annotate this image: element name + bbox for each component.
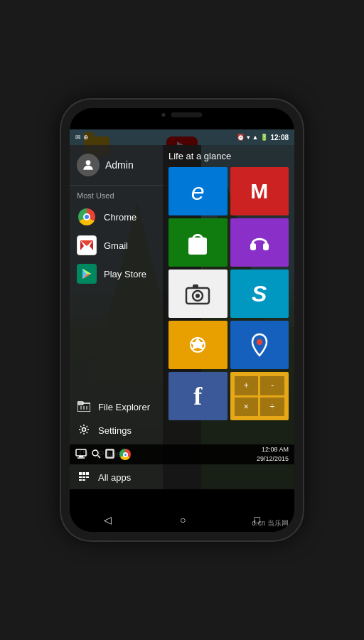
- username-label: Admin: [105, 159, 134, 171]
- store-bag-icon: [186, 230, 209, 255]
- camera-tile[interactable]: [168, 270, 228, 318]
- svg-rect-18: [82, 472, 85, 475]
- skype-tile[interactable]: S: [230, 270, 289, 318]
- maps-tile[interactable]: [230, 321, 289, 369]
- tray-date-display: 29/12/2015: [257, 454, 289, 464]
- svg-rect-19: [86, 472, 89, 475]
- chrome-icon-center: [83, 213, 90, 220]
- tray-clock: 12:08 AM 29/12/2015: [257, 445, 289, 463]
- status-right-info: ⏰ ▾ ▲ 🔋 12:08: [237, 134, 289, 142]
- calc-key-multiply: ×: [235, 398, 259, 417]
- svg-rect-40: [106, 449, 114, 458]
- message-status-icon: ✉: [75, 134, 81, 141]
- front-camera: [162, 113, 166, 117]
- calc-key-divide: ÷: [260, 398, 284, 417]
- svg-rect-28: [263, 243, 269, 250]
- maps-icon: [248, 332, 271, 358]
- user-avatar-icon: [77, 154, 100, 176]
- battery-icon: 🔋: [260, 134, 268, 141]
- phone-screen-container: YouTube ✉ ⊕ ⏰ ▾ ▲ 🔋 12:08: [70, 108, 294, 532]
- clock-display: 12:08: [270, 134, 289, 142]
- svg-rect-21: [82, 476, 85, 478]
- calculator-tile[interactable]: + - × ÷: [230, 372, 289, 420]
- svg-rect-17: [79, 472, 82, 475]
- store-tile[interactable]: [168, 218, 228, 267]
- calc-key-plus: +: [235, 376, 259, 395]
- svg-rect-22: [86, 476, 89, 478]
- svg-rect-24: [82, 479, 85, 481]
- chrome-app-label: Chrome: [104, 212, 136, 223]
- tray-pages-icon[interactable]: [105, 449, 115, 461]
- gmail-app-label: Gmail: [104, 240, 128, 251]
- skype-icon: S: [252, 281, 267, 307]
- system-tray-bar: 12:08 AM 29/12/2015: [70, 444, 294, 464]
- phone-device: YouTube ✉ ⊕ ⏰ ▾ ▲ 🔋 12:08: [61, 100, 303, 540]
- svg-point-14: [82, 428, 86, 432]
- all-apps-icon: [77, 471, 91, 484]
- chrome-app-icon: [77, 207, 97, 227]
- svg-point-31: [196, 294, 200, 298]
- svg-rect-27: [250, 243, 256, 250]
- facebook-tile[interactable]: f: [168, 372, 228, 420]
- tray-search-icon[interactable]: [91, 449, 101, 461]
- status-left-icons: ✉ ⊕: [75, 134, 89, 141]
- tiles-panel: Life at a glance e M: [163, 145, 294, 489]
- camera-icon: [183, 281, 212, 306]
- svg-rect-23: [79, 479, 82, 481]
- edge-tile[interactable]: e: [168, 167, 228, 215]
- calc-key-minus: -: [260, 376, 284, 395]
- chrome-tray-ring: [119, 449, 131, 460]
- svg-line-39: [98, 455, 101, 458]
- tray-icons-group: [75, 449, 131, 461]
- tiles-grid: e M: [168, 167, 289, 420]
- alarm-icon: ⏰: [237, 134, 245, 141]
- svg-rect-20: [79, 476, 82, 478]
- facebook-icon: f: [193, 381, 202, 411]
- main-screen: YouTube ✉ ⊕ ⏰ ▾ ▲ 🔋 12:08: [70, 129, 294, 489]
- music-tile[interactable]: [230, 218, 289, 267]
- speaker-grille: [171, 112, 203, 117]
- tray-chrome-icon[interactable]: [119, 449, 131, 460]
- dcn-watermark: d.cn 当乐网: [252, 518, 289, 528]
- headphones-icon: [247, 230, 272, 255]
- file-explorer-icon: [77, 400, 91, 414]
- svg-rect-36: [79, 456, 83, 457]
- gmail-tile-icon: M: [250, 179, 268, 203]
- chrome-tray-center: [123, 452, 128, 457]
- all-apps-label: All apps: [98, 472, 131, 483]
- home-button[interactable]: ○: [171, 511, 194, 528]
- settings-gear-icon: [77, 424, 91, 437]
- tray-monitor-icon[interactable]: [75, 449, 87, 461]
- wifi-icon: ▾: [247, 134, 250, 141]
- tiles-panel-header: Life at a glance: [168, 151, 289, 161]
- gmail-app-icon: [77, 235, 97, 255]
- photos-tile[interactable]: [168, 321, 228, 369]
- svg-point-38: [92, 450, 98, 456]
- svg-rect-35: [76, 449, 86, 456]
- playstore-app-label: Play Store: [104, 269, 146, 279]
- svg-rect-41: [107, 450, 113, 457]
- chrome-icon-ring: [78, 208, 95, 225]
- tray-time-display: 12:08 AM: [257, 445, 289, 454]
- gmail-tile[interactable]: M: [230, 167, 289, 215]
- settings-label: Settings: [98, 425, 132, 436]
- android-status-icon: ⊕: [83, 134, 89, 141]
- status-bar: ✉ ⊕ ⏰ ▾ ▲ 🔋 12:08: [70, 129, 294, 145]
- svg-rect-25: [189, 238, 206, 254]
- calculator-grid: + - × ÷: [235, 376, 285, 416]
- back-button[interactable]: ◁: [95, 511, 120, 528]
- file-explorer-label: File Explorer: [98, 402, 150, 412]
- playstore-app-icon: [77, 264, 97, 284]
- signal-icon: ▲: [252, 134, 259, 141]
- edge-icon: e: [191, 178, 205, 206]
- photos-icon: [185, 332, 210, 358]
- svg-rect-32: [193, 284, 198, 289]
- svg-point-34: [257, 339, 262, 345]
- svg-point-0: [86, 160, 91, 165]
